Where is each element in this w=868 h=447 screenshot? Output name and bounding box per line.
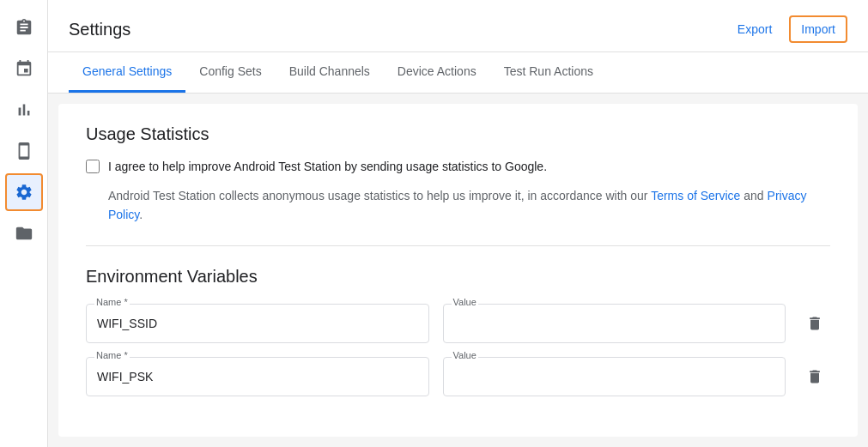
env-value-field-2: Value (443, 357, 786, 396)
env-name-input-2[interactable] (86, 357, 429, 396)
env-name-field-2: Name * (86, 357, 429, 396)
env-variables-title: Environment Variables (86, 267, 830, 287)
sidebar-item-folder[interactable] (5, 214, 43, 252)
page-header: Settings Export Import (48, 0, 868, 52)
env-name-input-1[interactable] (86, 304, 429, 343)
usage-statistics-title: Usage Statistics (86, 124, 830, 144)
delete-icon-2 (806, 368, 823, 385)
sidebar (0, 0, 48, 447)
page-title: Settings (69, 20, 131, 39)
analytics-icon (15, 100, 33, 119)
env-value-label-1: Value (452, 297, 478, 307)
content-area: Usage Statistics I agree to help improve… (58, 104, 858, 437)
usage-statistics-checkbox[interactable] (86, 160, 100, 173)
env-delete-button-2[interactable] (799, 361, 830, 392)
tab-build-channels[interactable]: Build Channels (276, 52, 384, 93)
usage-statistics-section: Usage Statistics I agree to help improve… (86, 124, 830, 225)
tab-general-settings[interactable]: General Settings (69, 52, 185, 93)
settings-icon (15, 183, 33, 202)
export-button[interactable]: Export (731, 17, 779, 41)
sidebar-item-tasks[interactable] (5, 9, 43, 46)
tab-device-actions[interactable]: Device Actions (384, 52, 490, 93)
env-name-label-1: Name * (94, 297, 130, 307)
folder-icon (15, 224, 33, 243)
sidebar-item-analytics[interactable] (5, 91, 43, 129)
tasks-icon (15, 18, 33, 37)
import-button[interactable]: Import (789, 15, 847, 43)
usage-statistics-info: Android Test Station collects anonymous … (108, 186, 830, 225)
usage-statistics-checkbox-label: I agree to help improve Android Test Sta… (108, 158, 547, 176)
sidebar-item-settings[interactable] (5, 173, 43, 211)
main-content: Settings Export Import General Settings … (48, 0, 868, 447)
header-actions: Export Import (731, 15, 847, 43)
env-value-field-1: Value (443, 304, 786, 343)
env-row-1: Name * Value (86, 304, 830, 343)
tab-test-run-actions[interactable]: Test Run Actions (490, 52, 607, 93)
device-icon (15, 142, 33, 160)
tabs-bar: General Settings Config Sets Build Chann… (48, 52, 868, 94)
sidebar-item-calendar[interactable] (5, 50, 43, 88)
tab-config-sets[interactable]: Config Sets (185, 52, 275, 93)
usage-statistics-checkbox-row: I agree to help improve Android Test Sta… (86, 158, 830, 176)
env-value-input-2[interactable] (443, 357, 786, 396)
delete-icon-1 (806, 315, 823, 332)
environment-variables-section: Environment Variables Name * Value (86, 267, 830, 396)
env-value-input-1[interactable] (443, 304, 786, 343)
section-divider (86, 245, 830, 246)
env-row-2: Name * Value (86, 357, 830, 396)
calendar-icon (15, 59, 33, 78)
env-name-field-1: Name * (86, 304, 429, 343)
env-name-label-2: Name * (94, 350, 130, 360)
sidebar-item-device[interactable] (5, 132, 43, 170)
env-value-label-2: Value (452, 350, 478, 360)
env-delete-button-1[interactable] (799, 308, 830, 339)
terms-of-service-link[interactable]: Terms of Service (651, 189, 740, 202)
